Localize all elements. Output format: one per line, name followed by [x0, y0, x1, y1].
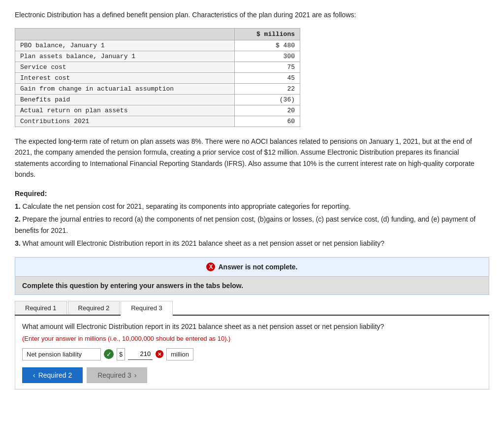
table-row-label: Plan assets balance, January 1	[15, 51, 235, 62]
next-label: Required 3	[97, 371, 131, 379]
unit-label: million	[166, 348, 193, 360]
table-row-label: Actual return on plan assets	[15, 105, 235, 116]
answer-banner: X Answer is not complete.	[15, 257, 489, 277]
table-row-value: 20	[235, 105, 300, 116]
table-row-value: 60	[235, 116, 300, 127]
tabs-container: Required 1 Required 2 Required 3	[15, 301, 489, 316]
intro-paragraph: Electronic Distribution has a defined be…	[15, 10, 489, 20]
table-row-label: Benefits paid	[15, 95, 235, 105]
tab-content-required3: What amount will Electronic Distribution…	[15, 316, 489, 390]
table-row-value: 45	[235, 73, 300, 84]
next-chevron: ›	[134, 371, 137, 379]
tab-required2[interactable]: Required 2	[68, 301, 120, 315]
description-paragraph: The expected long-term rate of return on…	[15, 136, 489, 180]
value-input[interactable]	[128, 348, 153, 360]
table-header-value: $ millions	[235, 29, 300, 40]
required-title: Required:	[15, 188, 489, 199]
dollar-sign: $	[117, 348, 125, 360]
nav-buttons: ‹ Required 2 Required 3 ›	[22, 367, 482, 383]
required-section: Required: 1. Calculate the net pension c…	[15, 188, 489, 249]
check-icon: ✓	[104, 349, 114, 359]
answer-row: Net pension liability ✓ $ ✕ million	[22, 348, 482, 360]
prev-label: Required 2	[38, 371, 72, 379]
not-complete-icon: X	[206, 262, 215, 271]
table-row-label: Interest cost	[15, 73, 235, 84]
tab-required3[interactable]: Required 3	[121, 301, 173, 316]
clear-icon[interactable]: ✕	[156, 350, 163, 358]
table-row-value: $ 480	[235, 40, 300, 51]
required-item-1: 1. Calculate the net pension cost for 20…	[15, 201, 489, 212]
complete-instruction-text: Complete this question by entering your …	[22, 282, 243, 290]
required-item-3: 3. What amount will Electronic Distribut…	[15, 238, 489, 249]
table-row-value: (36)	[235, 95, 300, 105]
next-button[interactable]: Required 3 ›	[87, 367, 147, 383]
not-complete-text: Answer is not complete.	[218, 263, 297, 271]
table-header-label	[15, 29, 235, 40]
characteristics-table: $ millions PBO balance, January 1$ 480Pl…	[15, 28, 300, 127]
table-row-value: 75	[235, 62, 300, 73]
table-row-label: Gain from change in actuarial assumption	[15, 84, 235, 95]
answer-label: Net pension liability	[22, 348, 101, 360]
prev-button[interactable]: ‹ Required 2	[22, 367, 83, 383]
tab-required1[interactable]: Required 1	[15, 301, 67, 315]
table-row-value: 22	[235, 84, 300, 95]
complete-instruction: Complete this question by entering your …	[15, 277, 489, 295]
tab-note: (Enter your answer in millions (i.e., 10…	[22, 335, 482, 342]
table-row-value: 300	[235, 51, 300, 62]
prev-chevron: ‹	[33, 371, 35, 379]
tab-question: What amount will Electronic Distribution…	[22, 322, 482, 332]
required-item-2: 2. Prepare the journal entries to record…	[15, 214, 489, 236]
table-row-label: Contributions 2021	[15, 116, 235, 127]
table-row-label: PBO balance, January 1	[15, 40, 235, 51]
table-row-label: Service cost	[15, 62, 235, 73]
